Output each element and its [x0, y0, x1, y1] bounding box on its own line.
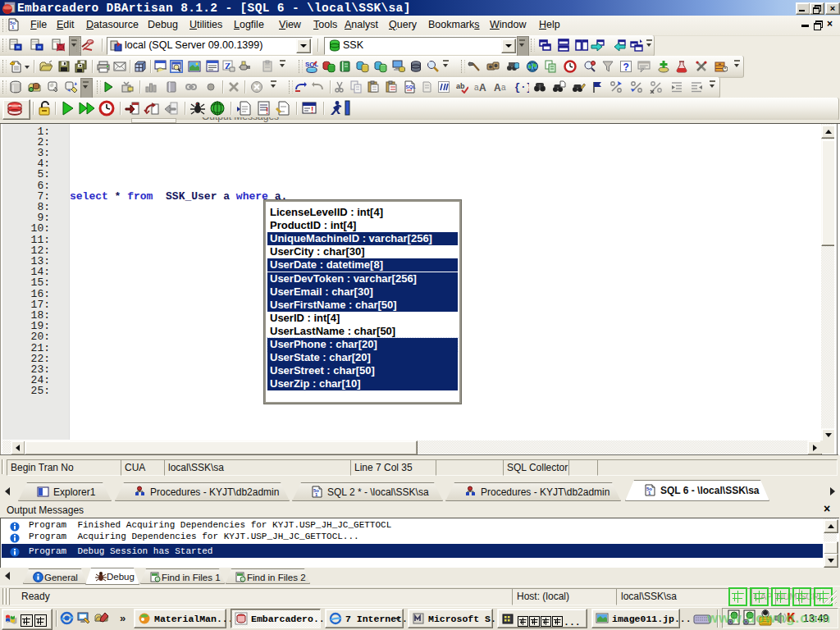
svg-text:SQL: SQL — [406, 84, 417, 89]
svg-text:!: ! — [266, 107, 268, 116]
svg-text:!: ! — [311, 106, 313, 115]
svg-text:A: A — [479, 82, 486, 94]
svg-text:ab: ab — [456, 82, 465, 90]
svg-text:a: a — [501, 83, 506, 92]
svg-text:{·}: {·} — [514, 82, 529, 94]
svg-text:A: A — [494, 82, 501, 94]
svg-text:?: ? — [623, 62, 629, 73]
